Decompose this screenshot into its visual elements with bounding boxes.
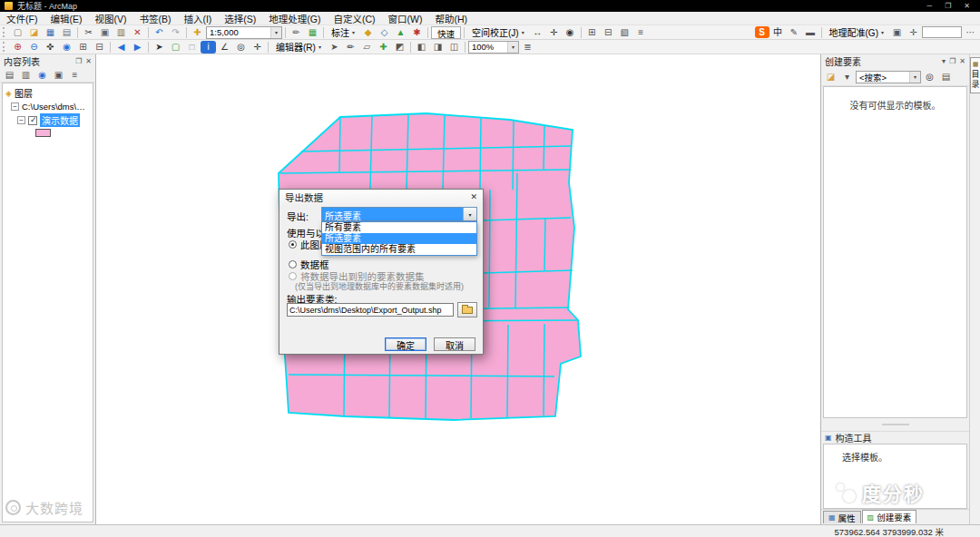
ok-button[interactable]: 确定 [385, 337, 426, 351]
editor-menu[interactable]: 编辑器(R)▾ [271, 41, 326, 54]
menu-item[interactable]: 选择(S) [218, 12, 262, 24]
menu-item[interactable]: 插入(I) [177, 12, 218, 24]
dialog-titlebar[interactable]: 导出数据 ✕ [279, 190, 483, 204]
output-path-input[interactable] [287, 303, 454, 317]
georef-links-icon[interactable]: ✛ [906, 26, 921, 39]
fixed-zoom-in-icon[interactable]: ⊞ [75, 41, 91, 54]
cancel-button[interactable]: 取消 [434, 337, 475, 351]
vertex-tool-icon[interactable]: ✚ [376, 41, 391, 54]
tab-attributes[interactable]: ▦ 属性 [823, 511, 861, 523]
attribute-table-icon[interactable]: ▦ [305, 26, 320, 39]
clear-selection-icon[interactable]: □ [184, 41, 200, 54]
full-extent-icon[interactable]: ◉ [59, 41, 74, 54]
identify-icon[interactable]: i [201, 41, 216, 54]
close-icon[interactable]: ✕ [470, 192, 477, 201]
new-document-icon[interactable]: ▢ [10, 26, 25, 39]
label-menu[interactable]: 标注▾ [327, 26, 359, 39]
edit-tool-icon[interactable]: ➤ [327, 41, 342, 54]
paste-icon[interactable]: ▥ [113, 26, 129, 39]
menu-item[interactable]: 地理处理(G) [262, 12, 327, 24]
quick-button[interactable]: 快速 [431, 26, 461, 39]
copy-icon[interactable]: ▣ [97, 26, 113, 39]
close-icon[interactable]: ✕ [959, 57, 965, 65]
maximize-icon[interactable]: ❐ [945, 2, 951, 10]
back-extent-icon[interactable]: ◀ [113, 41, 129, 54]
collapse-icon[interactable]: − [17, 116, 25, 124]
cut-icon[interactable]: ✂ [81, 26, 96, 39]
label-style-icon[interactable]: ◆ [360, 26, 376, 39]
grid-4-icon[interactable]: ≡ [633, 26, 649, 39]
export-type-option[interactable]: 视图范围内的所有要素 [322, 244, 476, 255]
cut-polygon-icon[interactable]: ◩ [392, 41, 407, 54]
close-icon[interactable]: ✕ [85, 57, 92, 65]
menu-item[interactable]: 编辑(E) [44, 12, 88, 24]
snap-2-icon[interactable]: ◨ [430, 41, 446, 54]
open-icon[interactable]: ◪ [26, 26, 42, 39]
select-by-rectangle-icon[interactable]: ▢ [168, 41, 183, 54]
measure-icon[interactable]: ∠ [217, 41, 232, 54]
grid-2-icon[interactable]: ⊟ [601, 26, 616, 39]
go-to-xy-icon[interactable]: ✛ [250, 41, 265, 54]
panel-splitter[interactable] [821, 418, 969, 431]
sogou-ime-icon[interactable]: S [755, 26, 769, 38]
undo-icon[interactable]: ↶ [152, 26, 167, 39]
delete-icon[interactable]: ✕ [130, 26, 145, 39]
organize-arrow-icon[interactable]: ▾ [839, 71, 855, 83]
tab-create-features[interactable]: ▨ 创建要素 [862, 510, 917, 523]
select-features-icon[interactable]: ➤ [152, 41, 167, 54]
collapse-icon[interactable]: − [11, 103, 19, 111]
print-icon[interactable]: ▤ [59, 26, 74, 39]
ime-mode-icon[interactable]: 中 [770, 26, 786, 39]
toc-layers-root[interactable]: ◈ 图层 [3, 85, 93, 101]
save-icon[interactable]: ▦ [43, 26, 58, 39]
template-search-combo[interactable]: <搜索>▾ [856, 71, 921, 83]
zoom-in-icon[interactable]: ⊕ [10, 41, 25, 54]
export-type-option[interactable]: 所有要素 [322, 222, 476, 233]
panel-menu-arrow-icon[interactable]: ▾ [942, 57, 946, 65]
menu-item[interactable]: 窗口(W) [382, 12, 429, 24]
ime-keyboard-icon[interactable]: ▬ [803, 26, 818, 39]
add-data-icon[interactable]: ✚ [190, 26, 205, 39]
float-panel-icon[interactable]: ❐ [75, 57, 82, 65]
organize-templates-icon[interactable]: ◪ [823, 71, 838, 83]
adjust-preview-icon[interactable]: ◉ [563, 26, 578, 39]
list-by-drawing-order-icon[interactable]: ▤ [2, 69, 17, 82]
layer-symbol-swatch[interactable] [35, 129, 51, 137]
menu-item[interactable]: 自定义(C) [328, 12, 382, 24]
grid-3-icon[interactable]: ▧ [617, 26, 632, 39]
toolbar-options-icon[interactable]: ≣ [520, 41, 535, 54]
export-type-option[interactable]: 所选要素 [322, 233, 476, 244]
snap-1-icon[interactable]: ◧ [414, 41, 429, 54]
menu-item[interactable]: 帮助(H) [429, 12, 475, 24]
zoom-out-icon[interactable]: ⊖ [26, 41, 42, 54]
minimize-icon[interactable]: ─ [926, 2, 932, 10]
float-panel-icon[interactable]: ❐ [949, 57, 956, 65]
close-icon[interactable]: ✕ [964, 2, 970, 10]
export-type-combo[interactable]: 所选要素 ▾ [321, 207, 477, 221]
label-view-icon[interactable]: ✱ [409, 26, 425, 39]
label-priority-icon[interactable]: ▲ [393, 26, 408, 39]
list-by-selection-icon[interactable]: ▣ [51, 69, 66, 82]
adjust-links-icon[interactable]: ↔ [530, 26, 545, 39]
editor-toolbar-icon[interactable]: ✏ [289, 26, 304, 39]
zoom-percent-combo[interactable]: 100%▾ [468, 41, 519, 54]
search-icon[interactable]: ◎ [922, 71, 937, 83]
toc-layer-item[interactable]: − 演示数据 [3, 112, 93, 128]
menu-item[interactable]: 书签(B) [132, 12, 177, 24]
georef-value-input[interactable] [922, 26, 962, 38]
label-lock-icon[interactable]: ◇ [377, 26, 392, 39]
trace-tool-icon[interactable]: ▱ [359, 41, 375, 54]
list-mode-icon[interactable]: ▤ [938, 71, 954, 83]
menu-item[interactable]: 文件(F) [0, 12, 44, 24]
layer-visibility-checkbox[interactable] [28, 116, 37, 125]
map-scale-combo[interactable]: 1:5,000▾ [206, 26, 282, 39]
spatial-adjustment-menu[interactable]: 空间校正(J)▾ [467, 26, 529, 39]
redo-icon[interactable]: ↷ [168, 26, 183, 39]
list-by-visibility-icon[interactable]: ◉ [34, 69, 50, 82]
georef-layer-icon[interactable]: ▣ [889, 26, 905, 39]
catalog-tab[interactable]: ▦ 目录 [970, 57, 980, 93]
menu-item[interactable]: 视图(V) [88, 12, 132, 24]
list-by-source-icon[interactable]: ▥ [18, 69, 34, 82]
toc-options-icon[interactable]: ≡ [67, 69, 83, 82]
ime-pen-icon[interactable]: ✎ [787, 26, 802, 39]
